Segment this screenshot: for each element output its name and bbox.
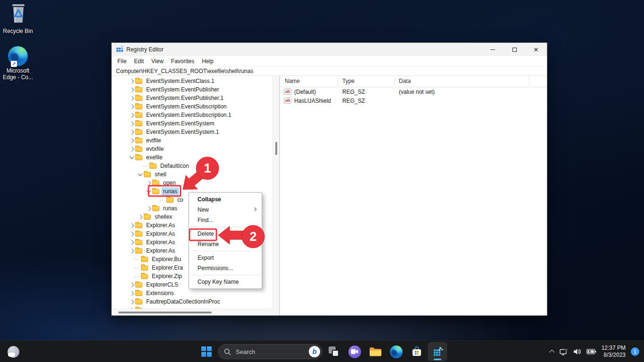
chevron-right-icon[interactable] <box>130 87 134 92</box>
chevron-right-icon[interactable] <box>130 291 134 296</box>
chat-button[interactable] <box>345 342 364 361</box>
context-menu-item-rename[interactable]: Rename <box>189 239 262 249</box>
tree-item-defaulticon[interactable]: DefaultIcon <box>112 162 272 170</box>
tree-item-exefile[interactable]: exefile <box>112 153 272 162</box>
tree-item-label[interactable]: Explorer.Bu <box>150 255 182 263</box>
chevron-down-icon[interactable] <box>147 189 151 193</box>
tree-item-label[interactable]: Extensions <box>145 289 175 297</box>
tree-item-label[interactable]: runas <box>162 188 179 195</box>
column-header-type[interactable]: Type <box>342 78 355 84</box>
clock[interactable]: 12:37 PM 8/3/2023 <box>602 345 626 359</box>
chevron-right-icon[interactable] <box>138 214 143 219</box>
tree-item-label[interactable]: EventSystem.EventClass.1 <box>145 77 216 85</box>
tree-item-label[interactable]: EventSystem.EventPublisher <box>145 86 221 93</box>
tree-item-label[interactable]: evtfile <box>145 137 162 144</box>
task-view-button[interactable] <box>324 342 343 361</box>
tree-item-eventsystem-eventsubscription[interactable]: EventSystem.EventSubscription <box>112 102 272 111</box>
chevron-right-icon[interactable] <box>130 299 134 304</box>
tray-chevron-up-icon[interactable] <box>549 350 554 355</box>
tree-item-eventsystem-eventsubscription-1[interactable]: EventSystem.EventSubscription.1 <box>112 111 272 119</box>
chevron-right-icon[interactable] <box>147 181 151 185</box>
context-menu-item-permissions-[interactable]: Permissions... <box>189 263 262 273</box>
volume-icon[interactable] <box>573 348 581 355</box>
value-row-hasluashield[interactable]: abHasLUAShieldREG_SZ <box>280 96 547 105</box>
edge-button[interactable] <box>387 342 405 361</box>
tree-item-label[interactable]: EventSystem.EventSubscription.1 <box>145 111 233 119</box>
tree-item-eventsystem-eventsystem-1[interactable]: EventSystem.EventSystem.1 <box>112 128 272 136</box>
tree-item-label[interactable]: co <box>176 196 185 204</box>
chevron-right-icon[interactable] <box>130 223 134 228</box>
column-header-data[interactable]: Data <box>399 78 411 84</box>
close-button[interactable]: ✕ <box>525 43 547 56</box>
menu-view[interactable]: View <box>148 58 167 65</box>
tree-vertical-scrollbar[interactable] <box>272 76 279 309</box>
tree-item-label[interactable]: Explorer.As <box>145 222 176 229</box>
tree-item-label[interactable]: shell <box>153 171 168 178</box>
widgets-button[interactable] <box>4 342 23 361</box>
chevron-right-icon[interactable] <box>130 282 134 287</box>
network-icon[interactable] <box>560 348 568 355</box>
value-row--default-[interactable]: ab(Default)REG_SZ(value not set) <box>280 87 547 96</box>
title-bar[interactable]: Registry Editor ✕ <box>112 43 547 56</box>
tree-item-label[interactable]: FaultrepDataCollectionInProc <box>145 298 222 305</box>
tree-item-evtxfile[interactable]: evtxfile <box>112 145 272 153</box>
tree-item-label[interactable]: runas <box>162 205 179 212</box>
chevron-right-icon[interactable] <box>130 240 134 245</box>
tree-horizontal-scrollbar[interactable] <box>112 309 272 315</box>
chevron-right-icon[interactable] <box>130 113 134 117</box>
registry-editor-taskbar-button[interactable] <box>428 342 447 361</box>
chevron-right-icon[interactable] <box>130 130 134 134</box>
context-menu-item-new[interactable]: New <box>189 205 262 215</box>
tree-item-label[interactable]: EventSystem.EventSubscription <box>145 103 228 110</box>
tree-item-label[interactable]: Explorer.As <box>145 239 176 246</box>
context-menu-item-collapse[interactable]: Collapse <box>189 194 262 205</box>
column-divider[interactable] <box>338 77 338 86</box>
tree-item-label[interactable]: DefaultIcon <box>159 162 190 170</box>
tree-item-label[interactable]: EventSystem.EventPublisher.1 <box>145 94 225 102</box>
tree-item-label[interactable]: EventSystem.EventSystem <box>145 120 216 127</box>
menu-file[interactable]: File <box>114 58 130 65</box>
column-header-name[interactable]: Name <box>285 78 300 84</box>
maximize-button[interactable] <box>504 43 525 56</box>
start-button[interactable] <box>197 342 216 361</box>
context-menu-item-export[interactable]: Export <box>189 253 262 263</box>
desktop-icon-recycle-bin[interactable]: Recycle Bin <box>1 3 35 34</box>
desktop-icon-edge[interactable]: ↗ Microsoft Edge - Co... <box>1 46 35 81</box>
chevron-down-icon[interactable] <box>130 155 134 159</box>
tree-item-open[interactable]: open <box>112 179 272 187</box>
scrollbar-thumb[interactable] <box>118 312 212 313</box>
chevron-right-icon[interactable] <box>147 206 151 211</box>
menu-favorites[interactable]: Favorites <box>167 58 198 65</box>
menu-help[interactable]: Help <box>198 58 217 65</box>
chevron-right-icon[interactable] <box>130 138 134 143</box>
tree-item-label[interactable]: evtxfile <box>145 145 165 153</box>
tree-item-label[interactable]: exefile <box>145 154 164 161</box>
notification-badge[interactable]: 1 <box>631 347 639 356</box>
column-divider[interactable] <box>529 77 529 86</box>
tree-item-label[interactable]: ExplorerCLS <box>145 281 180 288</box>
tree-item-eventsystem-eventpublisher[interactable]: EventSystem.EventPublisher <box>112 85 272 94</box>
file-explorer-button[interactable] <box>366 342 385 361</box>
tree-item-label[interactable]: Explorer.Era <box>150 264 184 272</box>
context-menu-item-copy-key-name[interactable]: Copy Key Name <box>189 277 262 287</box>
scrollbar-thumb[interactable] <box>275 142 277 155</box>
chevron-right-icon[interactable] <box>130 231 134 236</box>
chevron-right-icon[interactable] <box>130 248 134 253</box>
tree-item-faultrepdatacollectioninproc[interactable]: FaultrepDataCollectionInProc <box>112 297 272 306</box>
chevron-right-icon[interactable] <box>130 79 134 83</box>
bing-icon[interactable]: b <box>309 346 320 357</box>
tree-item-eventsystem-eventpublisher-1[interactable]: EventSystem.EventPublisher.1 <box>112 94 272 102</box>
search-box[interactable]: Search b <box>218 344 322 359</box>
tree-item-label[interactable]: open <box>162 179 177 187</box>
minimize-button[interactable] <box>482 43 504 56</box>
tree-item-evtfile[interactable]: evtfile <box>112 136 272 145</box>
chevron-down-icon[interactable] <box>138 172 143 176</box>
menu-edit[interactable]: Edit <box>130 58 148 65</box>
context-menu-item-find-[interactable]: Find... <box>189 215 262 225</box>
chevron-right-icon[interactable] <box>130 147 134 151</box>
tree-item-label[interactable]: shellex <box>153 213 173 221</box>
chevron-right-icon[interactable] <box>130 121 134 126</box>
tree-item-extensions[interactable]: Extensions <box>112 289 272 297</box>
tree-item-label[interactable]: EventSystem.EventSystem.1 <box>145 128 221 136</box>
tree-item-eventsystem-eventclass-1[interactable]: EventSystem.EventClass.1 <box>112 77 272 85</box>
